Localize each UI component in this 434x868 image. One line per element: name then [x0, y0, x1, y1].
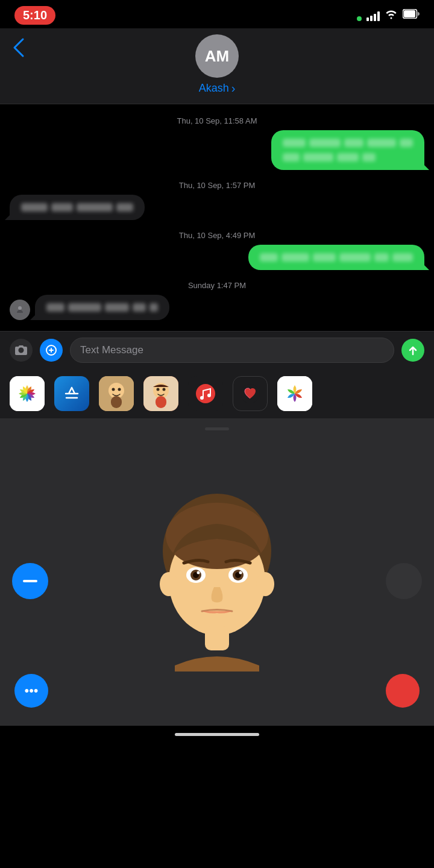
blurred-text: [283, 153, 300, 162]
music-icon[interactable]: [188, 376, 223, 411]
svg-rect-20: [23, 580, 37, 582]
blurred-text: [46, 303, 64, 312]
timestamp-4: Sunday 1:47 PM: [0, 281, 434, 290]
dots-label: •••: [24, 683, 38, 699]
memoji-svg: [139, 491, 295, 671]
bubble-sent-2[interactable]: [248, 245, 424, 270]
wifi-icon: [385, 8, 398, 22]
blurred-text: [105, 303, 129, 312]
battery-icon: [403, 9, 420, 22]
home-line[interactable]: [175, 733, 259, 736]
blurred-text: [313, 253, 336, 262]
input-bar: Text Message: [0, 331, 434, 369]
appstore-icon[interactable]: [54, 376, 89, 411]
svg-point-3: [18, 306, 22, 310]
svg-rect-9: [111, 396, 122, 408]
svg-point-12: [157, 388, 160, 391]
bubble-received-1[interactable]: [10, 195, 145, 220]
blurred-text: [21, 203, 48, 212]
bottom-buttons: •••: [0, 674, 434, 708]
svg-point-8: [118, 388, 121, 391]
home-indicator: [0, 726, 434, 741]
svg-rect-14: [156, 396, 166, 408]
blurred-text: [149, 303, 158, 312]
memoji-face-container: [0, 491, 434, 671]
blurred-text: [260, 253, 278, 262]
blurred-text: [367, 139, 396, 147]
avatar: AM: [195, 34, 239, 78]
status-time: 5:10: [14, 6, 55, 25]
timestamp-2: Thu, 10 Sep, 1:57 PM: [0, 181, 434, 190]
svg-point-17: [207, 394, 211, 397]
blurred-text: [400, 139, 413, 147]
send-button[interactable]: [401, 339, 424, 362]
memoji-left-button[interactable]: [12, 563, 48, 599]
green-dot-indicator: [351, 10, 362, 21]
svg-point-25: [256, 572, 274, 596]
contact-name[interactable]: Akash: [199, 81, 236, 95]
bubble-received-2[interactable]: [35, 295, 169, 320]
photos-app-icon-2[interactable]: [277, 376, 312, 411]
svg-point-33: [239, 571, 242, 574]
blurred-text: [303, 153, 333, 162]
message-sent-1: [0, 130, 434, 175]
green-dot: [357, 16, 362, 21]
blurred-text: [133, 303, 146, 312]
svg-point-7: [112, 388, 115, 391]
heart-app-icon[interactable]: [233, 376, 268, 411]
app-icons-row: [0, 369, 434, 419]
appstore-button[interactable]: [40, 339, 63, 362]
svg-point-15: [196, 384, 215, 403]
timestamp-1: Thu, 10 Sep, 11:58 AM: [0, 116, 434, 125]
blurred-text: [309, 139, 341, 147]
header: AM Akash: [0, 28, 434, 104]
back-button[interactable]: [12, 37, 25, 63]
memoji-right-button[interactable]: [386, 563, 422, 599]
timestamp-3: Thu, 10 Sep, 4:49 PM: [0, 231, 434, 240]
blurred-text: [283, 139, 306, 147]
blurred-text: [339, 253, 371, 262]
svg-rect-1: [404, 10, 415, 17]
memoji1-icon[interactable]: [99, 376, 134, 411]
svg-point-24: [160, 572, 178, 596]
svg-point-13: [163, 388, 166, 391]
status-bar: 5:10: [0, 0, 434, 28]
messages-area: Thu, 10 Sep, 11:58 AM Thu, 10 Sep, 1:57 …: [0, 104, 434, 331]
svg-point-32: [197, 571, 200, 574]
blurred-text: [51, 203, 73, 212]
blurred-text: [362, 153, 376, 162]
memoji-area: •••: [0, 436, 434, 726]
memoji2-icon[interactable]: [143, 376, 178, 411]
svg-rect-34: [205, 626, 229, 650]
memoji-panel: •••: [0, 419, 434, 726]
blurred-text: [374, 253, 389, 262]
text-message-input[interactable]: Text Message: [70, 338, 394, 363]
mini-avatar: [10, 300, 30, 320]
status-icons: [351, 8, 420, 22]
bubble-sent-1[interactable]: [271, 130, 424, 170]
photos-app-icon[interactable]: [10, 376, 45, 411]
message-sent-2: [0, 245, 434, 275]
blurred-text: [337, 153, 359, 162]
message-received-1: [0, 195, 434, 225]
svg-point-16: [200, 396, 204, 400]
blurred-text: [68, 303, 101, 312]
more-options-button[interactable]: •••: [14, 674, 48, 708]
camera-button[interactable]: [10, 339, 33, 362]
blurred-text: [344, 139, 363, 147]
signal-icon: [366, 10, 380, 21]
message-received-2: [0, 295, 434, 325]
record-button[interactable]: [386, 674, 420, 708]
blurred-text: [281, 253, 309, 262]
blurred-text: [392, 253, 413, 262]
blurred-text: [116, 203, 133, 212]
blurred-text: [77, 203, 113, 212]
input-placeholder: Text Message: [80, 344, 143, 356]
drag-handle[interactable]: [205, 427, 229, 430]
